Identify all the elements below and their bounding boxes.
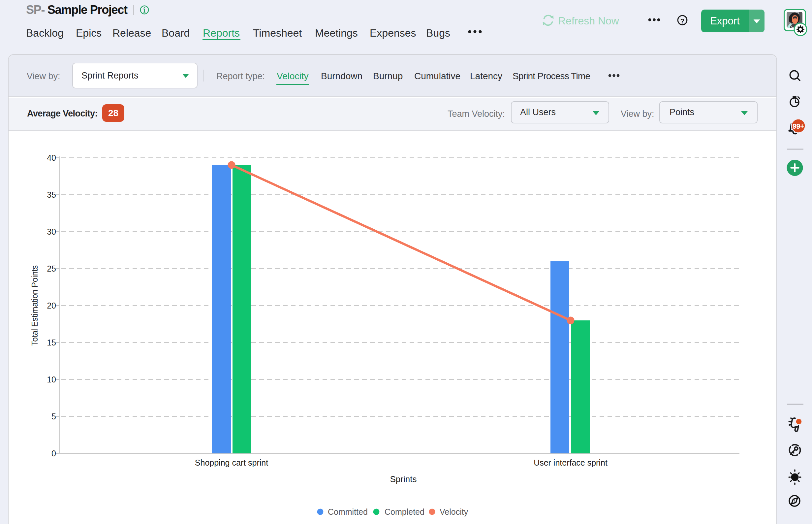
svg-text:Velocity: Velocity	[440, 507, 468, 517]
svg-text:Total Estimation Points: Total Estimation Points	[30, 265, 39, 346]
svg-text:0: 0	[51, 449, 56, 458]
svg-text:User interface sprint: User interface sprint	[534, 458, 608, 467]
svg-text:99+: 99+	[793, 122, 804, 130]
svg-text:20: 20	[47, 301, 56, 310]
svg-text:25: 25	[47, 264, 56, 273]
svg-text:Completed: Completed	[385, 507, 424, 517]
svg-text:40: 40	[47, 153, 56, 162]
svg-text:Committed: Committed	[328, 507, 368, 517]
svg-text:10: 10	[47, 375, 56, 384]
svg-text:5: 5	[51, 412, 56, 421]
svg-text:35: 35	[47, 190, 56, 199]
svg-text:15: 15	[47, 338, 56, 347]
svg-text:?: ?	[680, 17, 685, 25]
svg-text:Sprints: Sprints	[390, 474, 417, 484]
svg-text:Shopping cart sprint: Shopping cart sprint	[195, 458, 268, 467]
svg-text:30: 30	[47, 227, 56, 236]
